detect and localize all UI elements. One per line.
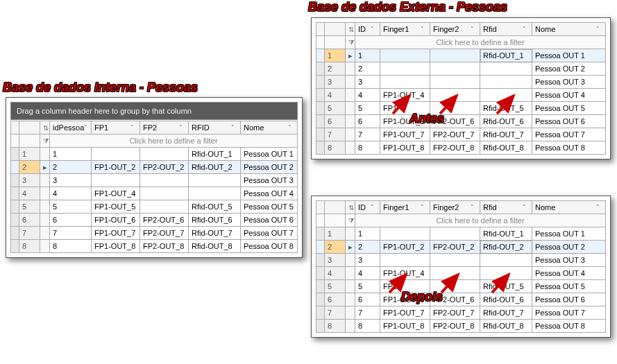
row-indicator[interactable] <box>40 214 50 227</box>
cell-fp1[interactable] <box>92 174 140 187</box>
cell-nome[interactable]: Pessoa OUT 6 <box>241 214 298 227</box>
cell-id[interactable]: 5 <box>50 200 92 214</box>
row-selector[interactable] <box>316 89 325 102</box>
row-selector[interactable] <box>11 187 19 200</box>
row-selector[interactable] <box>316 49 325 62</box>
filter-row[interactable]: ⧩ Click here to define a filter <box>11 135 298 148</box>
cell-fp2[interactable] <box>430 227 480 241</box>
row-number[interactable]: 7 <box>19 227 40 240</box>
cell-rfid[interactable] <box>189 187 241 200</box>
row-selector[interactable] <box>316 128 325 141</box>
chevron-down-icon[interactable]: ˅ <box>468 204 475 211</box>
row-number[interactable]: 2 <box>325 241 346 254</box>
cell-rfid[interactable] <box>480 254 532 267</box>
table-row[interactable]: 66FP1-OUT_6FP2-OUT_6Rfid-OUT_6Pessoa OUT… <box>316 293 606 306</box>
cell-id[interactable]: 3 <box>355 254 380 267</box>
cell-rfid[interactable]: Rfid-OUT_5 <box>480 102 532 115</box>
col-fp2[interactable]: FP2˅ <box>140 121 189 135</box>
col-rfid[interactable]: RFID˅ <box>189 121 241 135</box>
table-row[interactable]: 88FP1-OUT_8FP2-OUT_8Rfid-OUT_8Pessoa OUT… <box>11 240 298 253</box>
chevron-down-icon[interactable]: ˅ <box>177 124 184 131</box>
filter-text[interactable]: Click here to define a filter <box>50 135 298 148</box>
cell-id[interactable]: 6 <box>50 214 92 227</box>
cell-nome[interactable]: Pessoa OUT 6 <box>532 115 606 128</box>
row-selector[interactable] <box>316 227 325 241</box>
cell-fp2[interactable]: FP2-OUT_2 <box>430 241 480 254</box>
col-nome[interactable]: Nome˅ <box>532 23 606 36</box>
cell-id[interactable]: 5 <box>355 280 380 293</box>
cell-fp2[interactable]: FP2-OUT_8 <box>430 141 480 155</box>
cell-nome[interactable]: Pessoa OUT 2 <box>532 241 606 254</box>
row-number[interactable]: 1 <box>325 227 346 241</box>
row-number[interactable]: 1 <box>325 49 346 62</box>
filter-text[interactable]: Click here to define a filter <box>355 36 606 49</box>
cell-rfid[interactable] <box>480 62 532 76</box>
chevron-down-icon[interactable]: ˅ <box>419 26 425 33</box>
cell-rfid[interactable]: Rfid-OUT_7 <box>480 306 532 320</box>
row-number[interactable]: 8 <box>325 320 346 333</box>
row-indicator[interactable] <box>346 293 355 306</box>
cell-fp2[interactable]: FP2-OUT_8 <box>430 320 480 333</box>
cell-fp1[interactable]: FP1-OUT_4 <box>92 187 140 200</box>
row-selector[interactable] <box>11 214 19 227</box>
row-number[interactable]: 5 <box>19 200 40 214</box>
cell-nome[interactable]: Pessoa OUT 3 <box>241 174 298 187</box>
table-row[interactable]: 11Rfid-OUT_1Pessoa OUT 1 <box>11 148 298 161</box>
chevron-down-icon[interactable]: ˅ <box>468 26 475 33</box>
col-nome[interactable]: Nome˅ <box>532 201 606 214</box>
cell-nome[interactable]: Pessoa OUT 3 <box>532 254 606 267</box>
row-selector[interactable] <box>316 320 325 333</box>
cell-fp1[interactable] <box>92 148 140 161</box>
cell-id[interactable]: 2 <box>355 62 380 76</box>
col-id[interactable]: ID˅ <box>355 201 380 214</box>
row-selector[interactable] <box>316 267 325 280</box>
cell-rfid[interactable]: Rfid-OUT_8 <box>480 141 532 155</box>
cell-rfid[interactable] <box>480 89 532 102</box>
cell-nome[interactable]: Pessoa OUT 2 <box>532 62 606 76</box>
cell-fp2[interactable]: FP2-OUT_7 <box>140 227 189 240</box>
table-row[interactable]: 44FP1-OUT_4Pessoa OUT 4 <box>316 89 606 102</box>
cell-fp2[interactable]: FP2-OUT_2 <box>140 161 189 174</box>
table-row[interactable]: 77FP1-OUT_7FP2-OUT_7Rfid-OUT_7Pessoa OUT… <box>11 227 298 240</box>
cell-nome[interactable]: Pessoa OUT 6 <box>532 293 606 306</box>
cell-fp1[interactable]: FP1-OUT_4 <box>380 267 430 280</box>
cell-fp1[interactable]: FP1-OUT_6 <box>92 214 140 227</box>
cell-fp1[interactable]: FP1-OUT_8 <box>92 240 140 253</box>
table-row[interactable]: 66FP1-OUT_6FP2-OUT_6Rfid-OUT_6Pessoa OUT… <box>316 115 606 128</box>
chevron-down-icon[interactable]: ˅ <box>594 26 601 33</box>
row-selector[interactable] <box>11 200 19 214</box>
row-number[interactable]: 3 <box>19 174 40 187</box>
cell-nome[interactable]: Pessoa OUT 4 <box>532 89 606 102</box>
sort-indicator[interactable]: ⇅ <box>346 201 355 214</box>
row-selector[interactable] <box>316 293 325 306</box>
cell-rfid[interactable]: Rfid-OUT_2 <box>480 241 532 254</box>
col-finger2[interactable]: Finger2˅ <box>430 23 480 36</box>
cell-rfid[interactable] <box>480 76 532 89</box>
cell-fp2[interactable] <box>430 89 480 102</box>
chevron-down-icon[interactable]: ˅ <box>229 124 236 131</box>
cell-fp2[interactable]: FP2-OUT_6 <box>140 214 189 227</box>
row-indicator[interactable] <box>346 320 355 333</box>
cell-rfid[interactable]: Rfid-OUT_6 <box>480 115 532 128</box>
cell-id[interactable]: 1 <box>355 227 380 241</box>
table-row[interactable]: 2▸2FP1-OUT_2FP2-OUT_2Rfid-OUT_2Pessoa OU… <box>316 241 606 254</box>
chevron-down-icon[interactable]: ˅ <box>419 204 425 211</box>
row-number[interactable]: 2 <box>19 161 40 174</box>
cell-id[interactable]: 1 <box>50 148 92 161</box>
cell-fp2[interactable] <box>140 174 189 187</box>
cell-fp1[interactable] <box>380 254 430 267</box>
filter-row[interactable]: ⧩ Click here to define a filter <box>316 36 606 49</box>
cell-fp1[interactable]: FP1-OUT_4 <box>380 89 430 102</box>
row-indicator[interactable] <box>346 227 355 241</box>
row-selector[interactable] <box>11 174 19 187</box>
sort-indicator[interactable]: ⇅ <box>346 23 355 36</box>
row-selector[interactable] <box>316 141 325 155</box>
row-indicator[interactable] <box>346 62 355 76</box>
cell-nome[interactable]: Pessoa OUT 7 <box>532 306 606 320</box>
cell-rfid[interactable]: Rfid-OUT_5 <box>480 280 532 293</box>
row-indicator[interactable] <box>346 89 355 102</box>
cell-id[interactable]: 6 <box>355 293 380 306</box>
cell-fp1[interactable]: FP1 <box>380 280 430 293</box>
row-selector[interactable] <box>316 115 325 128</box>
row-indicator[interactable] <box>40 187 50 200</box>
